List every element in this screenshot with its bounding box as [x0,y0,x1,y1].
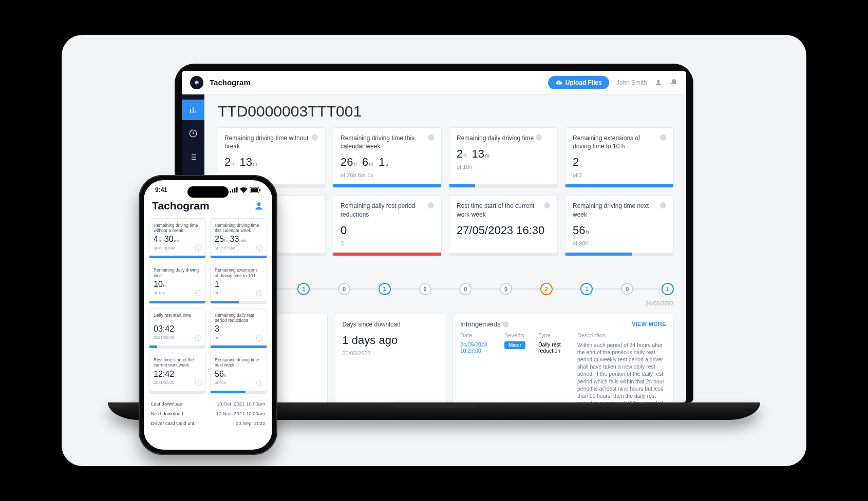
phone-time: 9:41 [155,186,167,194]
card-value: 2 [573,156,666,169]
progress-bar [211,301,267,303]
card-title: Rest time start of the current work week [154,357,201,368]
info-icon [428,202,434,208]
progress-bar [449,253,557,256]
timeline-dot[interactable]: 0 [500,283,512,295]
progress-bar [449,184,557,187]
upload-files-button[interactable]: Upload Files [548,76,609,89]
card-sub: of 10h [154,291,165,295]
timeline-dot[interactable]: 0 [419,283,431,295]
infringements-title: Infringements [460,320,501,328]
phone-metric-cards: Remaining driving time without a break 4… [144,216,272,397]
info-icon[interactable]: i [195,290,201,296]
phone-user-icon[interactable] [254,201,264,211]
page-title: TTD0000003TTT001 [218,103,674,120]
timeline-dot[interactable]: 0 [338,283,350,295]
notifications-icon[interactable] [670,79,678,87]
svg-rect-4 [234,188,236,192]
card-sub: of 2 [573,172,666,178]
timeline-section: ts 111010002101 24/05/2023 [217,265,674,306]
info-icon [503,321,509,327]
card-value: 3 [215,324,262,334]
svg-point-9 [257,202,261,206]
card-value: 56h [573,224,666,237]
info-icon[interactable]: i [195,380,201,386]
brand-name: Tachogram [210,78,251,87]
card-title: Remaining daily driving time [154,267,201,278]
list-item: Driver card valid until23.Sep. 2022 [151,418,265,428]
metric-card: Remaining driving time next week 56h of … [565,195,674,256]
info-icon [660,202,666,208]
view-more-link[interactable]: VIEW MORE [632,321,666,327]
list-label: Driver card valid until [151,420,197,426]
progress-bar [149,345,205,348]
inf-date: 24/05/2023 10:23:00 [460,341,501,402]
user-icon[interactable] [654,79,663,87]
list-label: Last download [151,401,182,407]
info-icon[interactable]: i [256,290,262,296]
info-icon [312,134,318,141]
card-title: Remaining driving time next week [573,202,658,218]
metric-card: Rest time start of the current work week… [449,195,558,256]
svg-rect-2 [230,191,232,192]
timeline-dot[interactable]: 0 [459,283,471,295]
severity-badge: Minor [504,341,525,349]
card-sub: of 25h 33m [215,246,235,250]
svg-rect-7 [251,188,258,191]
timeline-dot[interactable]: 1 [580,283,593,295]
metric-cards-row-2: ne 23:23 Remaining daily rest period red… [217,195,674,256]
bar-chart-icon [188,105,198,114]
card-sub: of 90h [573,240,666,246]
card-sub: of 10h [457,164,550,170]
dynamic-island [187,186,229,198]
info-icon[interactable]: i [195,245,201,251]
timeline-dot[interactable]: 1 [379,283,391,295]
card-title: Remaining driving time without a break [154,223,201,233]
card-title: Remaining daily driving time [457,134,534,142]
table-header: Date [460,332,501,338]
timeline-dot[interactable]: 0 [621,283,633,295]
card-value: 03:42 [154,324,201,334]
timeline-dot[interactable]: 1 [662,283,674,295]
metric-card: Remaining driving time this calendar wee… [333,127,442,188]
card-title: Remaining driving time this calendar wee… [341,134,426,150]
card-title: Remaining extensions of driving time to … [573,134,658,150]
card-value: 25h 33min [215,235,262,244]
list-label: Next download [151,411,183,416]
card-value: 2h 13m [224,156,318,169]
svg-rect-5 [236,187,238,192]
info-icon [660,134,666,141]
info-icon[interactable]: i [256,245,262,251]
sidebar-item-dashboard[interactable] [182,100,204,120]
sidebar-item-list[interactable] [182,147,204,167]
inf-type: Daily rest reduction [538,341,574,402]
info-icon[interactable]: i [256,335,262,341]
brand-logo-icon: ⊕ [190,76,203,89]
card-sub: 25/05/2023 [343,350,438,356]
card-title: Remaining daily rest period reductions [341,202,426,218]
card-title: Remaining driving time next week [215,357,262,368]
phone-device: 9:41 Tachogram Remaining driving time wi… [139,175,277,455]
progress-bar [211,391,267,393]
list-icon [188,152,198,162]
sidebar-item-history[interactable] [182,123,204,144]
timeline-dot[interactable]: 1 [297,283,310,295]
card-value: 2h 13m [457,147,550,161]
info-icon [428,134,434,141]
card-value: 10h [154,280,201,289]
info-icon[interactable]: i [256,380,262,386]
metric-card: Remaining daily rest period reductions 0… [333,195,442,256]
card-sub: 3 [341,240,434,246]
timeline-dot[interactable]: 2 [540,283,553,295]
progress-bar [211,256,267,258]
svg-rect-3 [232,189,234,192]
inf-description: Within each period of 24 hours after the… [577,341,666,402]
card-title: Remaining driving time without break [224,134,310,150]
list-item: Last download10.Oct. 2021 10:00am [151,399,265,409]
card-title: Remaining extensions of driving time to … [215,267,262,278]
info-icon[interactable]: i [195,335,201,341]
card-sub: of 2 [215,291,221,295]
clock-icon [188,129,198,138]
phone-metric-card: Remaining driving time without a break 4… [149,218,206,259]
card-sub: 2021/05/26 [154,380,174,385]
